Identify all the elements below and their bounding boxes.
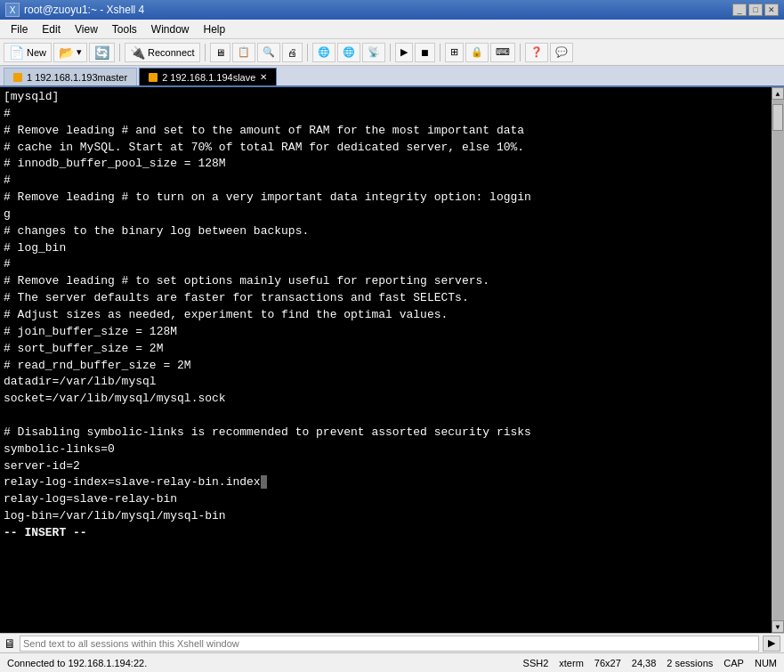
tabs-bar: 1 192.168.1.193master 2 192.168.1.194sla… bbox=[0, 66, 784, 87]
open-button[interactable]: 📂 ▾ bbox=[53, 43, 87, 62]
status-bar: Connected to 192.168.1.194:22. SSH2 xter… bbox=[0, 652, 784, 672]
tab-slave-close[interactable]: ✕ bbox=[260, 72, 267, 82]
num-indicator: NUM bbox=[755, 658, 777, 668]
window-title: root@zuoyu1:~ - Xshell 4 bbox=[24, 4, 144, 16]
toolbar-sep-1 bbox=[119, 44, 120, 61]
scroll-thumb[interactable] bbox=[772, 104, 783, 131]
send-input[interactable] bbox=[20, 636, 759, 652]
toolbar: 📄 New 📂 ▾ 🔄 🔌 Reconnect 🖥 📋 🔍 🖨 🌐 🌐 📡 ▶ … bbox=[0, 39, 784, 66]
tab-slave-icon bbox=[149, 73, 158, 82]
refresh-button[interactable]: 🔄 bbox=[89, 43, 115, 62]
tb-icon-7: 🌐 bbox=[318, 46, 330, 58]
terminal-scrollbar[interactable]: ▲ ▼ bbox=[772, 87, 784, 633]
tb-btn-9[interactable]: 📡 bbox=[362, 43, 385, 62]
cursor-pos: 24,38 bbox=[632, 658, 657, 668]
tab-master-icon bbox=[13, 73, 22, 82]
refresh-icon: 🔄 bbox=[94, 45, 109, 60]
toolbar-sep-4 bbox=[390, 44, 391, 61]
tb-icon-3: 🖥 bbox=[215, 47, 225, 58]
session-count: 2 sessions bbox=[667, 658, 713, 668]
terminal[interactable]: [mysqld] # # Remove leading # and set to… bbox=[0, 87, 772, 633]
minimize-button[interactable]: _ bbox=[732, 4, 747, 16]
send-bar: 🖥 ▶ bbox=[0, 633, 784, 652]
chat-icon: 💬 bbox=[555, 46, 568, 58]
tb-btn-6[interactable]: 🖨 bbox=[282, 43, 303, 62]
terminal-container: [mysqld] # # Remove leading # and set to… bbox=[0, 87, 784, 633]
tb-btn-3[interactable]: 🖥 bbox=[210, 43, 230, 62]
tb-icon-9: 📡 bbox=[368, 46, 380, 58]
ssh-status: SSH2 bbox=[523, 658, 549, 668]
menu-file[interactable]: File bbox=[4, 21, 35, 37]
reconnect-icon: 🔌 bbox=[130, 45, 145, 60]
menu-bar: File Edit View Tools Window Help bbox=[0, 20, 784, 39]
help-button[interactable]: ❓ bbox=[525, 43, 548, 62]
tab-slave-label: 2 192.168.1.194slave bbox=[162, 72, 255, 83]
toolbar-sep-2 bbox=[205, 44, 206, 61]
tb-btn-13[interactable]: 🔒 bbox=[465, 43, 489, 62]
tb-btn-5[interactable]: 🔍 bbox=[257, 43, 280, 62]
toolbar-sep-3 bbox=[307, 44, 308, 61]
tb-icon-12: ⊞ bbox=[450, 46, 458, 58]
tb-btn-14[interactable]: ⌨ bbox=[490, 43, 515, 62]
scroll-track bbox=[772, 100, 784, 620]
connection-status: Connected to 192.168.1.194:22. bbox=[7, 658, 147, 668]
send-button[interactable]: ▶ bbox=[763, 636, 780, 652]
scroll-down-button[interactable]: ▼ bbox=[772, 620, 784, 633]
tb-icon-6: 🖨 bbox=[287, 47, 297, 58]
tb-icon-13: 🔒 bbox=[471, 46, 483, 58]
tb-icon-11: ⏹ bbox=[420, 47, 430, 58]
caps-indicator: CAP bbox=[723, 658, 744, 668]
scroll-up-button[interactable]: ▲ bbox=[772, 87, 784, 100]
tb-btn-12[interactable]: ⊞ bbox=[445, 43, 464, 62]
menu-edit[interactable]: Edit bbox=[35, 21, 68, 37]
tb-icon-10: ▶ bbox=[400, 46, 408, 58]
new-icon: 📄 bbox=[9, 45, 24, 60]
tb-icon-5: 🔍 bbox=[263, 46, 275, 58]
menu-help[interactable]: Help bbox=[197, 21, 233, 37]
maximize-button[interactable]: □ bbox=[748, 4, 763, 16]
open-icon: 📂 bbox=[59, 45, 74, 60]
menu-view[interactable]: View bbox=[68, 21, 105, 37]
tb-btn-7[interactable]: 🌐 bbox=[312, 43, 335, 62]
toolbar-sep-6 bbox=[520, 44, 521, 61]
title-bar: X root@zuoyu1:~ - Xshell 4 _ □ ✕ bbox=[0, 0, 784, 20]
close-button[interactable]: ✕ bbox=[764, 4, 779, 16]
tb-btn-4[interactable]: 📋 bbox=[232, 43, 255, 62]
tb-icon-8: 🌐 bbox=[343, 46, 355, 58]
open-dropdown[interactable]: ▾ bbox=[77, 46, 82, 58]
toolbar-sep-5 bbox=[440, 44, 440, 61]
terminal-content: [mysqld] # # Remove leading # and set to… bbox=[4, 89, 768, 542]
tb-btn-11[interactable]: ⏹ bbox=[415, 43, 435, 62]
menu-tools[interactable]: Tools bbox=[105, 21, 144, 37]
menu-window[interactable]: Window bbox=[144, 21, 197, 37]
help-icon: ❓ bbox=[530, 46, 543, 58]
new-button[interactable]: 📄 New bbox=[4, 43, 52, 62]
tb-icon-4: 📋 bbox=[238, 46, 250, 58]
tab-master-label: 1 192.168.1.193master bbox=[27, 72, 127, 83]
send-icon: 🖥 bbox=[4, 636, 16, 651]
terminal-size: 76x27 bbox=[594, 658, 621, 668]
app-icon: X bbox=[5, 3, 20, 17]
chat-button[interactable]: 💬 bbox=[550, 43, 573, 62]
tb-btn-10[interactable]: ▶ bbox=[395, 43, 413, 62]
tb-btn-8[interactable]: 🌐 bbox=[337, 43, 360, 62]
tab-master[interactable]: 1 192.168.1.193master bbox=[4, 68, 137, 85]
tab-slave[interactable]: 2 192.168.1.194slave ✕ bbox=[139, 68, 277, 85]
tb-icon-14: ⌨ bbox=[496, 46, 510, 58]
reconnect-button[interactable]: 🔌 Reconnect bbox=[125, 43, 200, 62]
term-type: xterm bbox=[559, 658, 584, 668]
